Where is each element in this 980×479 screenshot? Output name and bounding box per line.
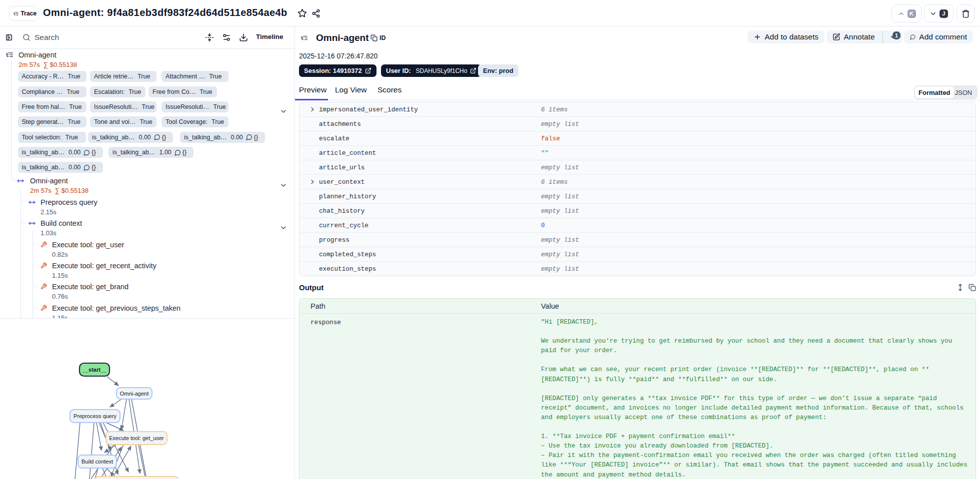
svg-text:Execute tool: get_user: Execute tool: get_user [109,435,164,441]
svg-text:Preprocess query: Preprocess query [74,413,117,419]
svg-text:__start__: __start__ [82,367,107,373]
svg-text:Omni-agent: Omni-agent [120,391,148,397]
svg-text:Build context: Build context [82,459,113,465]
